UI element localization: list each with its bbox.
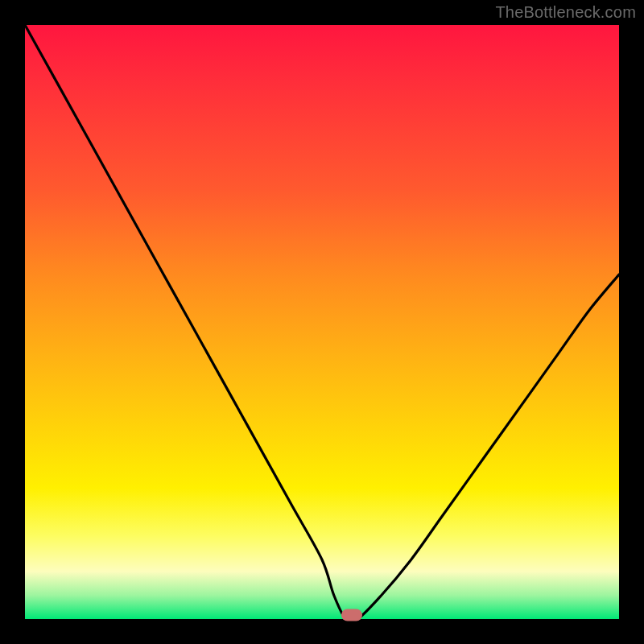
chart-stage: TheBottleneck.com xyxy=(0,0,644,644)
plot-area xyxy=(25,25,619,619)
bottleneck-curve xyxy=(25,25,619,619)
optimal-marker xyxy=(341,609,362,621)
watermark-text: TheBottleneck.com xyxy=(495,3,636,22)
